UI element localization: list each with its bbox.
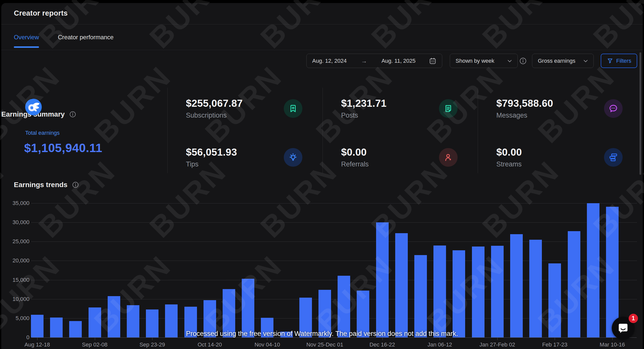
stat-subscriptions: $255,067.87 Subscriptions bbox=[186, 95, 307, 122]
chart-gridline bbox=[31, 337, 637, 338]
chart-gridline bbox=[31, 241, 637, 242]
filters-button[interactable]: Filters bbox=[601, 54, 637, 68]
chevron-down-icon bbox=[582, 58, 589, 64]
x-axis-tick bbox=[210, 338, 210, 340]
bar-Sep 09-15 bbox=[108, 296, 120, 337]
total-earnings-label: Total earnings bbox=[25, 130, 60, 136]
y-axis-label: 5,000 bbox=[1, 315, 29, 322]
bar-Feb 17-23 bbox=[548, 263, 561, 337]
stat-label: Tips bbox=[186, 160, 237, 168]
chat-bubble-icon bbox=[604, 99, 623, 118]
bar-Mar 10-16 bbox=[606, 207, 619, 337]
main-panel: Creator reports Overview Creator perform… bbox=[1, 3, 643, 349]
stat-referrals: $0.00 Referrals bbox=[341, 144, 463, 171]
bar-Dec 30-Jan 05 bbox=[414, 255, 427, 337]
x-axis-tick bbox=[612, 338, 613, 340]
onlyfans-logo-icon bbox=[25, 99, 42, 115]
bar-Dec 02-08 bbox=[338, 276, 350, 337]
stat-value: $0.00 bbox=[341, 147, 369, 158]
bar-Sep 30-Oct 06 bbox=[165, 304, 178, 337]
bar-Aug 19-25 bbox=[50, 318, 63, 337]
chart-gridline bbox=[31, 299, 637, 299]
metric-select[interactable]: Gross earnings bbox=[532, 54, 594, 68]
y-axis-label: 0 bbox=[1, 334, 29, 341]
group-by-select[interactable]: Shown by week bbox=[450, 54, 518, 68]
bar-Jan 13-19 bbox=[453, 250, 465, 337]
date-arrow-icon: → bbox=[361, 57, 367, 64]
summary-column: $255,067.87 Subscriptions $56,051.93 Tip… bbox=[167, 88, 323, 173]
y-axis-label: 35,000 bbox=[1, 200, 29, 206]
lightbulb-icon bbox=[284, 148, 302, 167]
x-axis-tick bbox=[555, 338, 555, 340]
x-axis-label: Feb 17-23 bbox=[526, 341, 584, 348]
stat-label: Subscriptions bbox=[186, 112, 243, 119]
x-axis-tick bbox=[382, 338, 383, 340]
info-icon[interactable] bbox=[72, 181, 79, 188]
stat-label: Referrals bbox=[341, 160, 369, 168]
bar-Jan 06-12 bbox=[433, 246, 446, 337]
date-start[interactable]: Aug. 12, 2024 bbox=[312, 58, 347, 64]
date-end[interactable]: Aug. 11, 2025 bbox=[381, 58, 415, 64]
x-axis-tick bbox=[37, 338, 37, 340]
stat-tips: $56,051.93 Tips bbox=[186, 144, 307, 171]
group-by-value: Shown by week bbox=[456, 58, 494, 64]
x-axis-tick bbox=[152, 338, 152, 340]
bar-Oct 14-20 bbox=[204, 300, 216, 337]
bar-Nov 11-17 bbox=[280, 332, 293, 337]
chart-gridline bbox=[31, 203, 637, 203]
calendar-icon bbox=[429, 57, 436, 65]
bar-Jan 27-Feb 02 bbox=[491, 246, 504, 337]
stat-label: Streams bbox=[496, 160, 522, 168]
bar-Dec 16-22 bbox=[376, 222, 389, 337]
stat-value: $1,231.71 bbox=[341, 98, 387, 109]
bar-Oct 07-13 bbox=[184, 307, 197, 337]
bookmark-plus-icon bbox=[284, 99, 302, 118]
bar-Oct 28-Nov 03 bbox=[242, 279, 254, 337]
x-axis-label: Mar 10-16 bbox=[583, 341, 641, 348]
document-icon bbox=[439, 99, 458, 118]
bar-Oct 21-27 bbox=[223, 289, 235, 337]
chevron-down-icon bbox=[506, 58, 513, 64]
chart-gridline bbox=[31, 280, 637, 280]
vertical-scrollbar[interactable] bbox=[639, 52, 641, 175]
date-range-picker[interactable]: Aug. 12, 2024 → Aug. 11, 2025 bbox=[306, 54, 442, 68]
chart-gridline bbox=[31, 261, 637, 261]
summary-column: $793,588.60 Messages $0.00 bbox=[478, 88, 643, 173]
stat-label: Messages bbox=[496, 112, 553, 119]
bar-Aug 26-Sep 01 bbox=[69, 321, 82, 337]
metric-value: Gross earnings bbox=[538, 58, 575, 64]
stat-value: $56,051.93 bbox=[186, 147, 237, 158]
y-axis-label: 15,000 bbox=[1, 277, 29, 283]
x-axis-tick bbox=[267, 338, 267, 340]
bar-Nov 04-10 bbox=[261, 318, 273, 337]
total-earnings-value: $1,105,940.11 bbox=[24, 141, 102, 155]
bar-Mar 03-09 bbox=[587, 203, 599, 337]
stat-value: $255,067.87 bbox=[186, 98, 243, 109]
tab-creator-performance[interactable]: Creator performance bbox=[58, 24, 113, 50]
tab-overview[interactable]: Overview bbox=[14, 24, 39, 50]
group-by-info-icon[interactable] bbox=[519, 57, 527, 65]
earnings-trends-title: Earnings trends bbox=[14, 181, 67, 189]
x-axis-tick bbox=[440, 338, 440, 340]
earnings-summary-grid: Total earnings $1,105,940.11 $255,067.87… bbox=[1, 88, 643, 173]
creator-reports-page: Creator reports Overview Creator perform… bbox=[0, 0, 644, 349]
filters-label: Filters bbox=[616, 58, 631, 64]
x-axis-label: Jan 06-12 bbox=[411, 341, 469, 348]
x-axis-tick bbox=[497, 338, 498, 340]
y-axis-label: 30,000 bbox=[1, 219, 29, 226]
x-axis-label: Nov 04-10 bbox=[238, 341, 296, 348]
tab-bar: Overview Creator performance Aug. 12, 20… bbox=[1, 24, 643, 50]
total-earnings-card: Total earnings $1,105,940.11 bbox=[1, 88, 167, 173]
bar-Dec 09-15 bbox=[357, 291, 369, 337]
bar-Sep 02-08 bbox=[89, 307, 101, 337]
chat-unread-badge: 1 bbox=[629, 314, 638, 323]
stream-bars-icon bbox=[604, 148, 623, 167]
stat-streams: $0.00 Streams bbox=[496, 144, 628, 171]
bar-Sep 23-29 bbox=[146, 309, 158, 337]
page-header: Creator reports bbox=[1, 3, 643, 24]
bar-Nov 25-Dec 01 bbox=[318, 290, 331, 337]
bar-Feb 10-16 bbox=[529, 240, 542, 337]
x-axis-label: Oct 14-20 bbox=[181, 341, 239, 348]
stat-value: $0.00 bbox=[496, 147, 522, 158]
x-axis-label: Dec 16-22 bbox=[353, 341, 411, 348]
